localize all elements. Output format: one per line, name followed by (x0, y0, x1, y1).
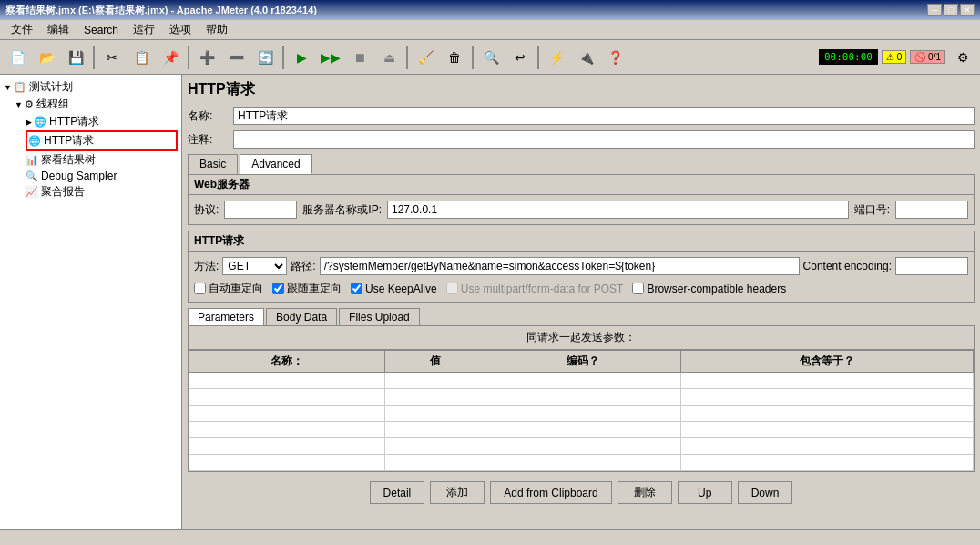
close-button[interactable]: ✕ (960, 4, 975, 16)
cut-button[interactable]: ✂ (98, 44, 126, 71)
menu-edit[interactable]: 编辑 (40, 20, 77, 39)
new-button[interactable]: 📄 (4, 44, 31, 71)
copy-button[interactable]: 📋 (128, 44, 155, 71)
collapse-button[interactable]: ➖ (222, 44, 250, 71)
path-input[interactable] (320, 257, 800, 275)
expand-button[interactable]: ➕ (193, 44, 220, 71)
multipart-check[interactable]: Use multipart/form-data for POST (446, 283, 624, 295)
name-input[interactable] (233, 107, 975, 125)
thread-group-container: ▼ ⚙ 线程组 ▶ 🌐 HTTP请求 🌐 HTTP请求 📊 察看结果树 (15, 96, 178, 201)
add-clipboard-button[interactable]: Add from Clipboard (490, 481, 611, 504)
settings-button[interactable]: ⚙ (949, 44, 976, 71)
encoding-input[interactable] (895, 257, 968, 275)
http2-icon: 🌐 (28, 135, 41, 147)
auto-redirect-checkbox[interactable] (194, 283, 206, 294)
comment-input[interactable] (233, 130, 975, 149)
empty-row-5 (189, 438, 974, 455)
thread-group-icon: ⚙ (25, 98, 34, 110)
reset-button[interactable]: ↩ (506, 44, 534, 71)
expand-test-plan[interactable]: ▼ (4, 83, 12, 92)
menu-help[interactable]: 帮助 (199, 20, 235, 39)
aggregate-label: 聚合报告 (41, 184, 85, 200)
toggle-button[interactable]: 🔄 (251, 44, 279, 71)
tree-item-aggregate[interactable]: 📈 聚合报告 (26, 183, 178, 201)
protocol-input[interactable] (224, 201, 297, 219)
tree-item-http2[interactable]: 🌐 HTTP请求 (26, 130, 178, 151)
shutdown-button[interactable]: ⏏ (375, 44, 403, 71)
remote-stop-button[interactable]: 🔌 (572, 44, 599, 71)
menu-search[interactable]: Search (77, 22, 126, 38)
title-bar: 察看结果树.jmx (E:\察看结果树.jmx) - Apache JMeter… (0, 0, 980, 20)
menu-run[interactable]: 运行 (126, 20, 162, 39)
test-plan-icon: 📋 (14, 81, 26, 93)
tree-item-debug[interactable]: 🔍 Debug Sampler (26, 169, 178, 183)
minimize-button[interactable]: ─ (927, 4, 942, 16)
clear-button[interactable]: 🧹 (412, 44, 439, 71)
search-button[interactable]: 🔍 (477, 44, 505, 71)
follow-redirect-checkbox[interactable] (272, 283, 284, 294)
col-equals: 包含等于？ (681, 351, 974, 373)
tree-item-http1[interactable]: ▶ 🌐 HTTP请求 (26, 113, 178, 130)
port-input[interactable] (895, 201, 968, 219)
web-server-title: Web服务器 (189, 175, 974, 195)
method-select[interactable]: GET POST PUT DELETE (222, 257, 287, 275)
comment-label: 注释: (188, 132, 233, 148)
toolbar-right: 00:00:00 ⚠ 0 🚫 0/1 ⚙ (819, 44, 976, 71)
browser-headers-checkbox[interactable] (632, 283, 644, 294)
tree-item-result-tree[interactable]: 📊 察看结果树 (26, 151, 178, 169)
detail-button[interactable]: Detail (370, 481, 425, 504)
aggregate-icon: 📈 (26, 186, 38, 198)
help-button[interactable]: ❓ (601, 44, 628, 71)
stop-button[interactable]: ⏹ (346, 44, 373, 71)
auto-redirect-check[interactable]: 自动重定向 (194, 281, 263, 296)
save-button[interactable]: 💾 (62, 44, 89, 71)
server-input[interactable] (387, 201, 849, 219)
expand-http1[interactable]: ▶ (26, 118, 32, 127)
sep2 (188, 46, 189, 69)
empty-row-6 (189, 455, 974, 471)
sub-tab-parameters[interactable]: Parameters (188, 308, 264, 325)
tab-advanced[interactable]: Advanced (240, 154, 311, 174)
result-tree-label: 察看结果树 (41, 152, 96, 168)
up-button[interactable]: Up (678, 481, 732, 504)
path-label: 路径: (291, 259, 315, 274)
clear-all-button[interactable]: 🗑 (441, 44, 468, 71)
delete-button[interactable]: 删除 (618, 481, 672, 504)
start-button[interactable]: ▶ (288, 44, 315, 71)
http-request-title: HTTP请求 (189, 231, 974, 252)
follow-redirect-check[interactable]: 跟随重定向 (272, 281, 342, 296)
params-area: 同请求一起发送参数： 名称： 值 编码？ 包含等于？ (188, 325, 975, 472)
keepalive-checkbox[interactable] (351, 283, 362, 294)
sub-tab-files[interactable]: Files Upload (339, 308, 420, 325)
page-title: HTTP请求 (188, 80, 975, 99)
remote-start-button[interactable]: ⚡ (543, 44, 570, 71)
tab-basic[interactable]: Basic (188, 154, 238, 174)
protocol-label: 协议: (194, 202, 219, 218)
comment-row: 注释: (188, 130, 975, 149)
open-button[interactable]: 📂 (33, 44, 60, 71)
debug-icon: 🔍 (26, 170, 38, 182)
maximize-button[interactable]: □ (944, 4, 958, 16)
encoding-label: Content encoding: (803, 260, 892, 272)
browser-headers-check[interactable]: Browser-compatible headers (632, 283, 786, 295)
down-button[interactable]: Down (738, 481, 793, 504)
sub-tab-body[interactable]: Body Data (266, 308, 337, 325)
paste-button[interactable]: 📌 (157, 44, 184, 71)
menu-options[interactable]: 选项 (162, 20, 199, 39)
add-button[interactable]: 添加 (430, 481, 485, 504)
start-no-pause-button[interactable]: ▶▶ (317, 44, 344, 71)
menu-file[interactable]: 文件 (4, 20, 40, 39)
tree-item-thread-group[interactable]: ▼ ⚙ 线程组 (15, 96, 178, 113)
test-plan-label: 测试计划 (29, 79, 73, 95)
sub-tabs: Parameters Body Data Files Upload (188, 308, 975, 325)
params-header-row: 名称： 值 编码？ 包含等于？ (189, 351, 974, 373)
empty-row-2 (189, 389, 974, 406)
empty-row-3 (189, 406, 974, 422)
expand-thread-group[interactable]: ▼ (15, 100, 23, 109)
name-label: 名称: (188, 108, 233, 124)
content-panel: HTTP请求 名称: 注释: Basic Advanced Web服务器 协议:… (182, 75, 980, 529)
params-table: 名称： 值 编码？ 包含等于？ (189, 350, 974, 471)
tree-item-test-plan[interactable]: ▼ 📋 测试计划 (4, 78, 178, 96)
name-row: 名称: (188, 107, 975, 125)
keepalive-check[interactable]: Use KeepAlive (351, 283, 437, 295)
